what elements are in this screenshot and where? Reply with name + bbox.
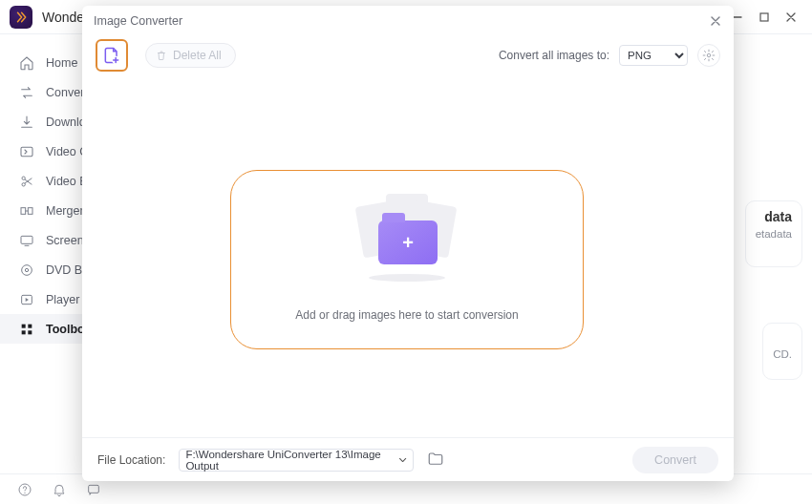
delete-all-label: Delete All — [173, 49, 222, 62]
chevron-down-icon — [398, 455, 407, 465]
convert-label: Convert — [654, 453, 696, 467]
svg-rect-12 — [22, 330, 26, 334]
svg-rect-13 — [28, 330, 32, 334]
convert-to-label: Convert all images to: — [499, 49, 609, 62]
svg-rect-6 — [21, 236, 32, 243]
scissors-icon — [19, 174, 34, 189]
svg-rect-10 — [22, 324, 26, 327]
help-icon[interactable] — [17, 482, 32, 497]
file-location-label: File Location: — [97, 453, 165, 467]
svg-rect-0 — [760, 13, 768, 21]
dropzone-text: Add or drag images here to start convers… — [295, 308, 518, 322]
home-icon — [19, 55, 34, 71]
play-icon — [19, 292, 34, 307]
window-maximize-button[interactable] — [755, 8, 774, 27]
merge-icon — [19, 203, 34, 219]
svg-point-15 — [24, 492, 25, 493]
open-folder-button[interactable] — [427, 451, 446, 470]
svg-rect-16 — [89, 485, 99, 493]
output-settings-button[interactable] — [697, 44, 720, 67]
folder-illustration-icon: + — [350, 198, 464, 280]
add-images-button[interactable] — [96, 39, 128, 72]
converter-icon — [19, 85, 34, 100]
svg-point-8 — [25, 268, 28, 271]
download-icon — [19, 115, 34, 130]
modal-title: Image Converter — [94, 14, 182, 28]
bg-card-sub: etadata — [756, 228, 792, 240]
bell-icon[interactable] — [52, 482, 67, 497]
image-converter-modal: Image Converter Delete All Convert all i… — [82, 6, 734, 481]
modal-footer: File Location: F:\Wondershare UniConvert… — [82, 437, 734, 481]
convert-button[interactable]: Convert — [632, 447, 718, 473]
svg-rect-4 — [21, 207, 26, 214]
sidebar-item-label: Merger — [46, 204, 84, 218]
sidebar-item-label: Player — [46, 293, 79, 306]
modal-toolbar: Delete All Convert all images to: PNG — [82, 36, 734, 74]
file-location-select[interactable]: F:\Wondershare UniConverter 13\Image Out… — [179, 449, 414, 472]
delete-all-button[interactable]: Delete All — [145, 43, 236, 68]
trash-icon — [156, 50, 167, 61]
folder-icon — [427, 451, 444, 468]
svg-point-18 — [707, 53, 711, 57]
file-location-path: F:\Wondershare UniConverter 13\Image Out… — [185, 449, 398, 472]
dropzone[interactable]: + Add or drag images here to start conve… — [230, 170, 584, 349]
modal-close-button[interactable] — [707, 12, 724, 30]
svg-point-7 — [22, 264, 32, 275]
toolbox-icon — [19, 322, 34, 337]
svg-rect-11 — [28, 324, 32, 327]
window-close-button[interactable] — [781, 8, 801, 27]
compress-icon — [19, 144, 34, 159]
screen-icon — [19, 233, 34, 248]
svg-point-3 — [22, 182, 25, 185]
modal-body: + Add or drag images here to start conve… — [82, 74, 734, 437]
background-panel: data etadata CD. — [726, 48, 802, 466]
bg-card-title: data — [756, 209, 792, 224]
feedback-icon[interactable] — [86, 482, 101, 497]
bg-card-text: CD. — [773, 348, 792, 360]
output-format-select[interactable]: PNG — [619, 45, 688, 66]
plus-icon: + — [402, 232, 414, 254]
svg-rect-5 — [28, 207, 32, 214]
disc-icon — [19, 262, 34, 278]
svg-point-2 — [22, 177, 25, 179]
modal-titlebar: Image Converter — [82, 6, 734, 36]
gear-icon — [702, 49, 716, 62]
sidebar-item-label: Home — [46, 56, 77, 70]
app-logo-icon — [10, 6, 32, 29]
